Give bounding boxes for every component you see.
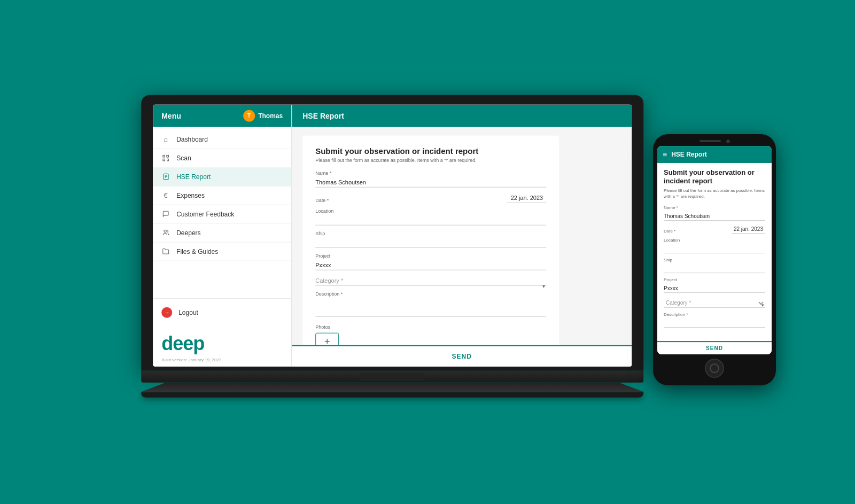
name-input[interactable] (315, 177, 546, 187)
location-input[interactable] (315, 215, 546, 225)
photos-section: Photos + (315, 324, 546, 345)
add-photo-button[interactable]: + (315, 332, 339, 345)
sidebar-user: T Thomas (243, 110, 283, 121)
sidebar-item-deepers[interactable]: Deepers (153, 223, 291, 242)
description-input[interactable] (315, 297, 546, 316)
scene: Menu T Thomas ⌂ Dashboard (0, 0, 855, 504)
phone-name-label: Name * (664, 205, 765, 210)
location-field: Location (315, 208, 546, 225)
phone: ≡ HSE Report Submit your observation or … (653, 134, 776, 385)
form-subtitle: Please fill out the form as accurate as … (315, 157, 546, 162)
scan-icon (161, 153, 170, 162)
phone-ship-input[interactable] (664, 265, 765, 273)
phone-send-button[interactable]: SEND (706, 345, 723, 351)
phone-chevron-icon: ▾ (761, 303, 764, 308)
logout-label: Logout (178, 308, 198, 316)
date-row: Date * 22 jan. 2023 (315, 192, 546, 203)
phone-header: ≡ HSE Report (657, 146, 772, 163)
phone-date-row: Date * 22 jan. 2023 (664, 225, 765, 234)
hamburger-icon[interactable]: ≡ (663, 150, 667, 159)
svg-rect-0 (163, 155, 165, 157)
phone-name-input[interactable] (664, 212, 765, 221)
nav-label-dashboard: Dashboard (176, 135, 208, 143)
phone-location-input[interactable] (664, 245, 765, 253)
sidebar-footer: → Logout (153, 298, 291, 326)
phone-home-button[interactable] (705, 359, 724, 378)
send-button[interactable]: SEND (441, 350, 483, 362)
phone-camera (726, 139, 730, 143)
category-wrapper: Category * ▾ (315, 275, 546, 285)
location-label: Location (315, 208, 546, 213)
photos-label: Photos (315, 324, 546, 329)
phone-bezel: ≡ HSE Report Submit your observation or … (653, 134, 776, 385)
sidebar-item-feedback[interactable]: Customer Feedback (153, 205, 291, 223)
phone-location-field: Location (664, 238, 765, 253)
svg-rect-1 (167, 155, 169, 157)
phone-body: Submit your observation or incident repo… (657, 163, 772, 341)
description-label: Description * (315, 291, 546, 296)
phone-ship-field: Ship (664, 258, 765, 273)
sidebar-item-scan[interactable]: Scan (153, 149, 291, 167)
phone-name-field: Name * (664, 205, 765, 221)
avatar: T (243, 110, 255, 121)
app-layout: Menu T Thomas ⌂ Dashboard (153, 104, 632, 366)
phone-project-input[interactable] (664, 284, 765, 293)
laptop: Menu T Thomas ⌂ Dashboard (141, 95, 643, 397)
phone-project-label: Project (664, 277, 765, 282)
laptop-stand (141, 382, 643, 392)
name-label: Name * (315, 170, 546, 175)
nav-label-files: Files & Guides (176, 247, 218, 255)
sidebar-item-expenses[interactable]: € Expenses (153, 186, 291, 205)
sidebar-item-files[interactable]: Files & Guides (153, 242, 291, 261)
category-select[interactable]: Category * (315, 275, 546, 285)
main-body: Submit your observation or incident repo… (292, 127, 632, 345)
nav-label-expenses: Expenses (176, 191, 205, 199)
phone-app: ≡ HSE Report Submit your observation or … (657, 146, 772, 354)
phone-desc-input[interactable] (664, 319, 765, 328)
sidebar-item-dashboard[interactable]: ⌂ Dashboard (153, 130, 291, 149)
laptop-foot (141, 392, 643, 397)
phone-form-title: Submit your observation or incident repo… (664, 168, 765, 187)
sidebar-header: Menu T Thomas (153, 104, 291, 127)
project-label: Project (315, 253, 546, 258)
date-label: Date * (315, 197, 329, 203)
folder-icon (161, 247, 170, 255)
phone-date-value[interactable]: 22 jan. 2023 (732, 225, 765, 234)
hse-form-card: Submit your observation or incident repo… (302, 135, 559, 345)
username: Thomas (258, 112, 283, 119)
svg-point-10 (164, 230, 166, 232)
phone-date-label: Date * (664, 229, 675, 234)
sidebar: Menu T Thomas ⌂ Dashboard (153, 104, 292, 366)
date-value[interactable]: 22 jan. 2023 (508, 192, 547, 203)
report-icon (161, 172, 170, 181)
send-bar: SEND (292, 345, 632, 366)
project-input[interactable] (315, 260, 546, 270)
logout-icon: → (161, 307, 172, 317)
project-field: Project (315, 253, 546, 270)
nav-label-feedback: Customer Feedback (176, 210, 234, 218)
chevron-down-icon: ▾ (542, 283, 545, 289)
feedback-icon (161, 210, 170, 218)
laptop-bezel: Menu T Thomas ⌂ Dashboard (141, 95, 643, 370)
phone-desc-label: Description * (664, 312, 765, 317)
ship-label: Ship (315, 230, 546, 236)
main-content: HSE Report Submit your observation or in… (292, 104, 632, 366)
plus-icon: + (324, 336, 330, 345)
home-icon: ⌂ (161, 135, 170, 143)
phone-home-ring (710, 363, 719, 373)
logout-button[interactable]: → Logout (161, 304, 283, 321)
ship-field: Ship (315, 230, 546, 247)
phone-ship-label: Ship (664, 258, 765, 262)
sidebar-item-hse-report[interactable]: HSE Report (153, 167, 291, 186)
phone-screen: ≡ HSE Report Submit your observation or … (657, 146, 772, 354)
phone-form-subtitle: Please fill out the form as accurate as … (664, 188, 765, 199)
main-header: HSE Report (292, 104, 632, 127)
phone-category-wrapper: Category * ▾ (664, 297, 765, 308)
build-version: Build version: January 19, 2023 (153, 357, 291, 366)
phone-notch (657, 139, 772, 143)
sidebar-title: Menu (161, 111, 181, 120)
euro-icon: € (161, 191, 170, 199)
app-main: Menu T Thomas ⌂ Dashboard (153, 104, 632, 366)
ship-input[interactable] (315, 237, 546, 247)
phone-category-select[interactable]: Category * (664, 298, 765, 308)
